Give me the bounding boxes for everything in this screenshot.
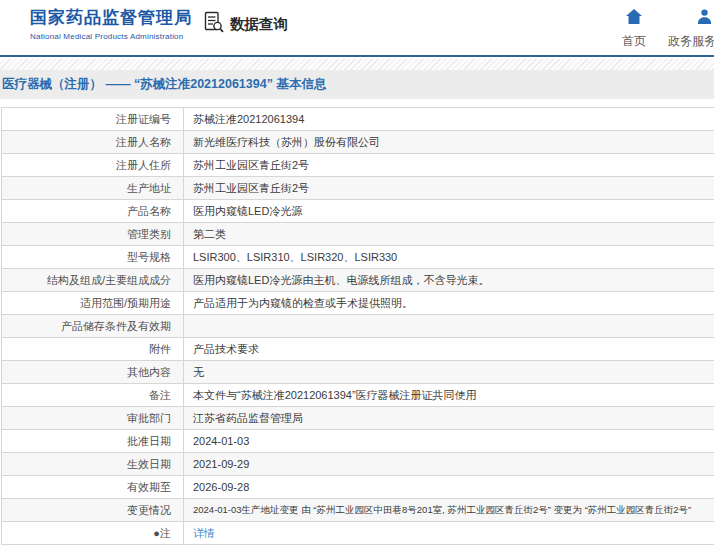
nav-home-label: 首页 <box>612 33 656 50</box>
table-row: 产品名称医用内窥镜LED冷光源 <box>2 200 714 223</box>
table-row: 管理类别第二类 <box>2 223 714 246</box>
info-table-body: 注册证编号苏械注准20212061394注册人名称新光维医疗科技（苏州）股份有限… <box>2 108 714 545</box>
field-label: 适用范围/预期用途 <box>2 292 184 315</box>
field-value: 2021-09-29 <box>184 453 714 476</box>
field-value: 2026-09-28 <box>184 476 714 499</box>
registration-info-table: 注册证编号苏械注准20212061394注册人名称新光维医疗科技（苏州）股份有限… <box>1 107 714 545</box>
table-row: 产品储存条件及有效期 <box>2 315 714 338</box>
field-value: 无 <box>184 361 714 384</box>
table-row: 变更情况2024-01-03生产地址变更 由 “苏州工业园区中田巷8号201室,… <box>2 499 714 522</box>
field-label: 生产地址 <box>2 177 184 200</box>
table-row: 审批部门江苏省药品监督管理局 <box>2 407 714 430</box>
field-value: 苏州工业园区青丘街2号 <box>184 154 714 177</box>
field-value: 详情 <box>184 522 714 545</box>
nav-home[interactable]: 首页 <box>612 8 656 50</box>
breadcrumb: 医疗器械（注册） —— “苏械注准20212061394” 基本信息 <box>2 76 326 93</box>
table-row: 型号规格LSIR300、LSIR310、LSIR320、LSIR330 <box>2 246 714 269</box>
field-label: 其他内容 <box>2 361 184 384</box>
table-row: 注册人住所苏州工业园区青丘街2号 <box>2 154 714 177</box>
table-row: ●注详情 <box>2 522 714 545</box>
field-label: 附件 <box>2 338 184 361</box>
field-label: 变更情况 <box>2 499 184 522</box>
field-label: ●注 <box>2 522 184 545</box>
field-label: 批准日期 <box>2 430 184 453</box>
hatch-strip <box>0 59 714 70</box>
field-label: 生效日期 <box>2 453 184 476</box>
field-label: 产品储存条件及有效期 <box>2 315 184 338</box>
data-query-label: 数据查询 <box>230 15 288 34</box>
table-row: 附件产品技术要求 <box>2 338 714 361</box>
field-label: 结构及组成/主要组成成分 <box>2 269 184 292</box>
table-row: 注册人名称新光维医疗科技（苏州）股份有限公司 <box>2 131 714 154</box>
field-label: 注册人名称 <box>2 131 184 154</box>
site-title: 国家药品监督管理局 <box>30 7 192 29</box>
field-value: 2024-01-03生产地址变更 由 “苏州工业园区中田巷8号201室, 苏州工… <box>184 499 714 522</box>
field-label: 有效期至 <box>2 476 184 499</box>
field-label: 管理类别 <box>2 223 184 246</box>
field-value: 江苏省药品监督管理局 <box>184 407 714 430</box>
site-subtitle: National Medical Products Administration <box>30 32 192 41</box>
field-value: 医用内窥镜LED冷光源由主机、电源线所组成，不含导光束。 <box>184 269 714 292</box>
data-query-tab[interactable]: 数据查询 <box>204 11 288 38</box>
field-value: 第二类 <box>184 223 714 246</box>
table-row: 批准日期2024-01-03 <box>2 430 714 453</box>
table-row: 生效日期2021-09-29 <box>2 453 714 476</box>
field-label: 产品名称 <box>2 200 184 223</box>
field-value: 产品技术要求 <box>184 338 714 361</box>
field-value: 医用内窥镜LED冷光源 <box>184 200 714 223</box>
field-label: 型号规格 <box>2 246 184 269</box>
nav-gov-portal[interactable]: 政务服务门户 <box>664 8 714 50</box>
breadcrumb-bar: 医疗器械（注册） —— “苏械注准20212061394” 基本信息 <box>0 70 714 99</box>
field-value <box>184 315 714 338</box>
table-row: 有效期至2026-09-28 <box>2 476 714 499</box>
table-row: 注册证编号苏械注准20212061394 <box>2 108 714 131</box>
table-row: 备注本文件与“苏械注准20212061394”医疗器械注册证共同使用 <box>2 384 714 407</box>
table-row: 结构及组成/主要组成成分医用内窥镜LED冷光源由主机、电源线所组成，不含导光束。 <box>2 269 714 292</box>
nav-gov-label: 政务服务门户 <box>664 33 714 50</box>
field-value: 产品适用于为内窥镜的检查或手术提供照明。 <box>184 292 714 315</box>
field-label: 备注 <box>2 384 184 407</box>
table-row: 适用范围/预期用途产品适用于为内窥镜的检查或手术提供照明。 <box>2 292 714 315</box>
field-value: LSIR300、LSIR310、LSIR320、LSIR330 <box>184 246 714 269</box>
field-label: 审批部门 <box>2 407 184 430</box>
site-header: 国家药品监督管理局 National Medical Products Admi… <box>0 0 714 57</box>
field-value: 2024-01-03 <box>184 430 714 453</box>
field-value: 本文件与“苏械注准20212061394”医疗器械注册证共同使用 <box>184 384 714 407</box>
user-icon <box>664 8 714 29</box>
table-row: 其他内容无 <box>2 361 714 384</box>
field-label: 注册人住所 <box>2 154 184 177</box>
field-value: 苏械注准20212061394 <box>184 108 714 131</box>
document-search-icon <box>204 11 225 38</box>
field-value: 苏州工业园区青丘街2号 <box>184 177 714 200</box>
page: 国家药品监督管理局 National Medical Products Admi… <box>0 0 714 546</box>
field-value: 新光维医疗科技（苏州）股份有限公司 <box>184 131 714 154</box>
home-icon <box>612 8 656 29</box>
detail-link[interactable]: 详情 <box>193 527 215 539</box>
table-row: 生产地址苏州工业园区青丘街2号 <box>2 177 714 200</box>
field-label: 注册证编号 <box>2 108 184 131</box>
site-logo[interactable]: 国家药品监督管理局 National Medical Products Admi… <box>30 7 192 41</box>
